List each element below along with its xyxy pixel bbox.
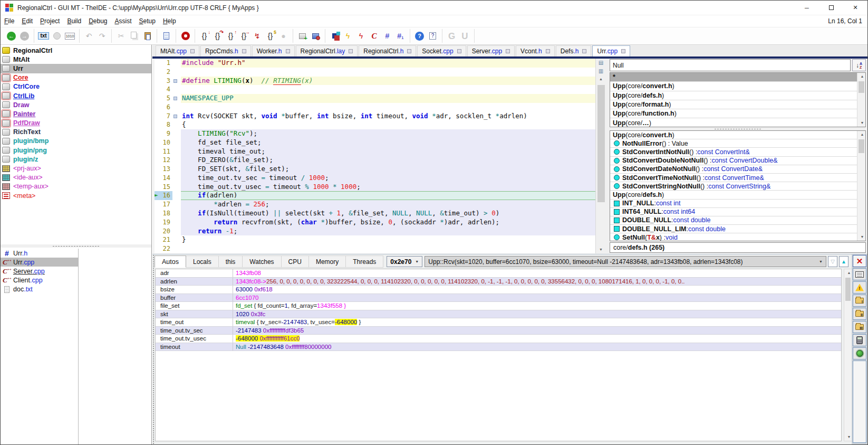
debug-icon[interactable] [853,347,866,359]
maximize-button[interactable] [819,1,843,15]
text-mode-button[interactable]: txt [37,30,50,43]
debug-tab-threads[interactable]: Threads [346,255,383,268]
file-item-urr-cpp[interactable]: C++Urr.cpp [1,258,78,267]
debug-tab-locals[interactable]: Locals [186,255,219,268]
package-item-prjaux[interactable]: <prj-aux> [1,164,151,173]
assist-member-row[interactable]: SetNull(T& x) : void [610,233,865,241]
menu-assist[interactable]: Assist [111,16,136,26]
console-icon[interactable] [853,268,866,280]
package-item-Urr[interactable]: Urr [1,64,151,73]
tab-rpccmds-h[interactable]: RpcCmds.h [200,45,251,56]
assist-group-header[interactable]: Upp (core/defs.h) [610,191,865,199]
scroll-up-icon[interactable]: ▲ [857,73,866,80]
step-into-icon[interactable]: {}↓ [198,30,211,43]
paste-icon[interactable] [141,30,154,43]
debug-tab-watches[interactable]: Watches [243,255,281,268]
nav-forward-icon[interactable]: → [18,30,31,43]
step-over-icon[interactable]: {}↷ [211,30,224,43]
tab-mtalt-cpp[interactable]: MtAlt.cpp [156,45,199,56]
variable-row-adrlen[interactable]: adrlen1343fc08->256, 0, 0, 0, 0, 0, 0, 0… [156,278,841,286]
minimize-button[interactable]: ─ [795,1,819,15]
package-item-CtrlCore[interactable]: CtrlCore [1,82,151,91]
tab-close-box[interactable] [407,49,411,53]
menu-setup[interactable]: Setup [136,16,159,26]
package-item-Draw[interactable]: Draw [1,100,151,109]
tab-worker-h[interactable]: Worker.h [252,45,295,56]
tab-close-box[interactable] [242,49,246,53]
package-item-meta[interactable]: <meta> [1,191,151,200]
variable-row-bsize[interactable]: bsize63000 0xf618 [156,286,841,294]
variable-row-time_out-tv_sec[interactable]: time_out.tv_sec-2147483 0xffffffffffdf3b… [156,327,841,335]
add-package-icon[interactable] [296,30,309,43]
editor-scroll-thumb[interactable] [597,85,605,202]
assist-file-row[interactable]: * [610,73,865,82]
close-debugger-button[interactable]: ✕ [853,255,866,267]
cut-icon[interactable]: ✂ [114,30,128,43]
file-list[interactable]: #Urr.hC++Urr.cppC++Server.cppC++Client.c… [1,249,79,444]
package-item-RegionalCtrl[interactable]: RegionalCtrl [1,46,151,55]
optimal-build-icon[interactable]: ϟ [354,30,368,43]
tab-close-box[interactable] [582,49,586,53]
assist-file-row[interactable]: Upp (core/format.h) [610,100,865,109]
errors-icon[interactable]: ! [853,281,866,293]
copy-icon[interactable] [128,30,141,43]
trace-icon[interactable]: ↯ [250,30,264,43]
assist-file-row[interactable]: Upp (core/…) [610,118,865,127]
scroll-thumb[interactable] [859,139,864,153]
debug-tab-autos[interactable]: Autos [155,255,186,268]
stop-debug-icon[interactable] [179,30,192,43]
package-item-pluginpng[interactable]: plugin/png [1,146,151,155]
context-help-icon[interactable]: ? [426,30,439,43]
tab-regionalctrl-h[interactable]: RegionalCtrl.h [359,45,416,56]
variable-row-skt[interactable]: skt1020 0x3fc [156,310,841,319]
assist-member-row[interactable]: DOUBLE_NULL : const double [610,216,865,225]
assist-member-row[interactable]: INT_NULL : const int [610,200,865,208]
sort-az-icon[interactable]: ↓AZ [852,59,866,71]
tab-close-box[interactable] [190,49,195,53]
thread-dropdown[interactable]: 0x2e70▼ [387,256,422,267]
tab-server-cpp[interactable]: Server.cpp [467,45,515,56]
assist-member-row[interactable]: DOUBLE_NULL_LIM : const double [610,225,865,233]
split-vertical-icon[interactable]: ▥ [596,67,606,75]
menu-debug[interactable]: Debug [85,16,111,26]
assist-search-input[interactable] [610,59,851,71]
package-item-Painter[interactable]: Painter [1,109,151,118]
package-item-MtAlt[interactable]: MtAlt [1,55,151,64]
debug-tab-cpu[interactable]: CPU [282,255,309,268]
run-to-cursor-icon[interactable]: {}→ [237,30,250,43]
debug-build-icon[interactable]: ϟ [341,30,354,43]
menu-help[interactable]: Help [159,16,180,26]
assist-member-row[interactable]: StdConvertDoubleNotNull() : const Conver… [610,157,865,165]
package-item-Core[interactable]: Core [1,73,151,82]
assist-member-row[interactable]: StdConvertStringNotNull() : const Conver… [610,182,865,191]
tab-close-box[interactable] [457,49,461,53]
topics-g-icon[interactable]: G [445,30,458,43]
undo-icon[interactable]: ↶ [82,30,95,43]
editor-scroll-down-icon[interactable]: ▼ [596,246,606,253]
scroll-thumb[interactable] [845,278,851,301]
find-in-files-2-icon[interactable]: II [853,308,866,320]
scroll-up-icon[interactable]: ▲ [857,131,866,138]
tab-socket-cpp[interactable]: Socket.cpp [417,45,466,56]
assist-member-scrollbar[interactable]: ▲ ▼ [857,131,865,241]
variable-row-file_set[interactable]: file_setfd_set { fd_count=1, fd_array=13… [156,302,841,310]
tab-close-box[interactable] [621,49,625,53]
package-item-CtrlLib[interactable]: CtrlLib [1,91,151,100]
variable-row-time_out-tv_usec[interactable]: time_out.tv_usec-648000 0xfffffffffff61c… [156,335,841,343]
scroll-track[interactable] [857,80,865,119]
find-in-files-3-icon[interactable]: III [853,321,866,333]
assist-file-scrollbar[interactable]: ▲ ▼ [857,73,865,127]
package-item-ideaux[interactable]: <ide-aux> [1,173,151,182]
designers-icon[interactable] [328,30,341,43]
scroll-track[interactable] [857,138,865,233]
tab-defs-h[interactable]: Defs.h [556,45,592,56]
assist-file-row[interactable]: Upp (core/function.h) [610,109,865,118]
run-to-exit-icon[interactable]: {}$ [264,30,277,43]
package-item-pluginbmp[interactable]: plugin/bmp [1,137,151,146]
file-item-urr-h[interactable]: #Urr.h [1,249,78,258]
preprocess-asm-icon[interactable]: #₁ [394,30,407,43]
hex-view-icon[interactable]: 1010 [63,30,76,43]
assist-file-list[interactable]: *Upp (core/convert.h)Upp (core/defs.h)Up… [610,72,866,127]
variable-row-adr[interactable]: adr1343fb08 [156,269,841,278]
designer-mode-icon[interactable] [50,30,63,43]
